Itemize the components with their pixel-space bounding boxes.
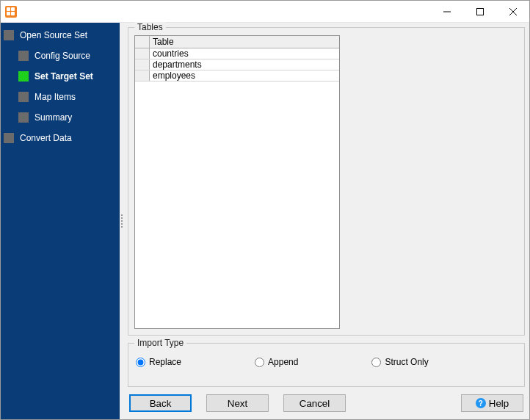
step-status-box bbox=[18, 112, 29, 123]
step-status-box bbox=[4, 30, 14, 40]
svg-rect-1 bbox=[476, 8, 483, 15]
table-row[interactable]: employees bbox=[135, 70, 339, 82]
step-label: Map Items bbox=[35, 92, 76, 102]
wizard-window: Open Source SetConfig SourceSet Target S… bbox=[0, 0, 530, 420]
import-type-option[interactable]: Append bbox=[255, 357, 298, 367]
tables-group-label: Tables bbox=[134, 22, 166, 32]
app-icon bbox=[5, 6, 17, 18]
step-label: Open Source Set bbox=[20, 30, 87, 40]
wizard-step[interactable]: Config Source bbox=[18, 51, 117, 61]
tables-grid[interactable]: Table countriesdepartmentsemployees bbox=[134, 35, 340, 329]
step-label: Config Source bbox=[35, 51, 90, 61]
wizard-step[interactable]: Convert Data bbox=[4, 133, 117, 143]
help-button[interactable]: ? Help bbox=[461, 394, 523, 412]
table-row[interactable]: countries bbox=[135, 48, 339, 59]
row-header bbox=[135, 59, 150, 70]
row-header bbox=[135, 70, 150, 81]
step-status-box bbox=[18, 51, 29, 61]
tables-group: Tables Table countriesdepartmentsemploye… bbox=[128, 27, 525, 336]
table-cell: countries bbox=[150, 48, 339, 59]
import-type-radio[interactable] bbox=[371, 358, 381, 367]
table-cell: employees bbox=[150, 70, 339, 81]
import-type-option-label: Append bbox=[268, 357, 298, 367]
grid-column-header[interactable]: Table bbox=[150, 36, 339, 48]
next-button[interactable]: Next bbox=[206, 394, 269, 412]
import-type-group: Import Type ReplaceAppendStruct Only bbox=[128, 343, 525, 387]
grid-corner bbox=[135, 36, 150, 48]
wizard-step[interactable]: Open Source Set bbox=[4, 30, 117, 40]
import-type-radio[interactable] bbox=[136, 358, 145, 367]
wizard-step[interactable]: Summary bbox=[18, 112, 117, 123]
wizard-step[interactable]: Map Items bbox=[18, 92, 117, 102]
titlebar bbox=[1, 1, 529, 23]
import-type-option-label: Replace bbox=[149, 357, 181, 367]
step-label: Summary bbox=[35, 112, 72, 123]
table-row[interactable]: departments bbox=[135, 59, 339, 70]
step-status-box bbox=[18, 92, 29, 102]
main-panel: Tables Table countriesdepartmentsemploye… bbox=[123, 23, 529, 419]
step-label: Convert Data bbox=[20, 133, 72, 143]
cancel-button[interactable]: Cancel bbox=[283, 394, 346, 412]
table-cell: departments bbox=[150, 59, 339, 70]
step-status-box bbox=[18, 71, 29, 82]
minimize-button[interactable] bbox=[430, 1, 463, 22]
import-type-label: Import Type bbox=[134, 338, 186, 348]
maximize-button[interactable] bbox=[463, 1, 496, 22]
import-type-option[interactable]: Replace bbox=[136, 357, 181, 367]
import-type-radio[interactable] bbox=[255, 358, 264, 367]
import-type-option[interactable]: Struct Only bbox=[371, 357, 428, 367]
step-label: Set Target Set bbox=[35, 71, 93, 82]
back-button[interactable]: Back bbox=[129, 394, 192, 412]
row-header bbox=[135, 48, 150, 59]
import-type-option-label: Struct Only bbox=[385, 357, 428, 367]
step-status-box bbox=[4, 133, 14, 143]
help-icon: ? bbox=[476, 398, 486, 408]
wizard-steps-sidebar: Open Source SetConfig SourceSet Target S… bbox=[1, 23, 120, 419]
close-button[interactable] bbox=[496, 1, 529, 22]
wizard-step[interactable]: Set Target Set bbox=[18, 71, 117, 82]
